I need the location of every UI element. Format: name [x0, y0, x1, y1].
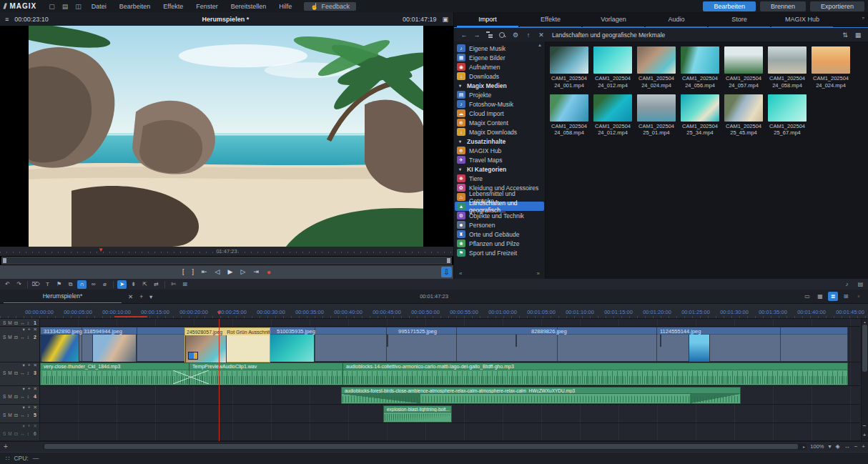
track-collapse-icon[interactable]: ▾	[22, 363, 24, 369]
solo-button[interactable]: S	[3, 431, 6, 436]
media-pool-tab[interactable]: Store	[709, 14, 770, 27]
resize-h-icon[interactable]: ↔	[20, 413, 25, 418]
range-start-handle[interactable]	[3, 258, 6, 263]
crossfade-marker[interactable]	[173, 370, 209, 384]
tree-item[interactable]: ▲ Landschaften und geografisch...	[455, 202, 544, 211]
add-project-icon[interactable]: +	[139, 293, 143, 300]
tree-item[interactable]: ⚑ Sport und Freizeit	[455, 248, 544, 257]
timeline-view-icon[interactable]: ▦	[815, 292, 825, 301]
close-project-icon[interactable]: ✕	[128, 293, 133, 300]
timeline-tool-icon[interactable]	[164, 281, 165, 288]
transport-button[interactable]: ●	[267, 269, 271, 276]
menu-item[interactable]: Hilfe	[272, 3, 298, 10]
media-pool-tab[interactable]: Effekte	[520, 14, 581, 27]
tree-item[interactable]: ☻ Personen	[455, 220, 544, 229]
scrollbar-thumb[interactable]	[44, 444, 798, 449]
lock-icon[interactable]: ⊡	[14, 413, 18, 418]
lock-icon[interactable]: ⊡	[14, 431, 18, 437]
timeline-tool-icon[interactable]	[27, 281, 28, 288]
mode-button[interactable]: Exportieren	[810, 1, 864, 11]
timeline-view-icon[interactable]: ⊞	[841, 292, 851, 301]
timeline-tool-icon[interactable]: ⇱	[140, 280, 149, 289]
project-list-caret-icon[interactable]: ▾	[149, 293, 152, 300]
tree-item[interactable]: ▦ Eigene Bilder	[455, 53, 544, 62]
resize-v-icon[interactable]: ↕	[27, 335, 29, 340]
track-lane-6[interactable]	[40, 423, 860, 441]
menu-item[interactable]: Bearbeiten	[113, 3, 157, 10]
media-thumbnail[interactable]: CAM1_20250424_057.mp4	[724, 46, 763, 89]
mute-button[interactable]: M	[8, 320, 11, 325]
media-thumbnail[interactable]: CAM1_20250424_058.mp4	[768, 46, 807, 89]
timeline-tool-icon[interactable]: ⚑	[54, 280, 64, 289]
clip-thumbnail[interactable]	[387, 335, 388, 347]
track-lane-3[interactable]: very-close-thunder_CkI_184d.mp3TempPrevi…	[40, 362, 860, 386]
tree-item[interactable]: ▾ Zusatzinhalte	[455, 137, 544, 146]
track-close-icon[interactable]: ✕	[34, 405, 37, 411]
media-thumbnail[interactable]: CAM1_20250424_024.mp4	[637, 46, 676, 89]
tree-item[interactable]: ↓ Magix Downloads	[455, 127, 544, 137]
preview-range-bar[interactable]	[1, 257, 452, 265]
resize-v-icon[interactable]: ↕	[27, 320, 29, 325]
lock-icon[interactable]: ⊡	[14, 370, 18, 376]
track-header[interactable]: ▾ + ✕ S M ⊡ ↔ ↕ 5	[0, 405, 40, 423]
mute-button[interactable]: M	[8, 431, 11, 436]
mute-button[interactable]: M	[8, 335, 11, 340]
transport-button[interactable]: ]	[192, 269, 194, 276]
media-thumbnail[interactable]: CAM1_20250424_012.mp4	[593, 94, 632, 137]
transport-button[interactable]: ⇥	[253, 269, 259, 276]
timeline-tool-icon[interactable]: ⇟	[129, 280, 138, 289]
tree-item[interactable]: ⊕ MAGIX Hub	[455, 146, 544, 155]
toolbar-icon[interactable]: ←	[460, 31, 468, 39]
zoom-control[interactable]: ▾	[828, 443, 831, 450]
tree-item[interactable]: ▾ KI Kategorien	[455, 164, 544, 174]
timeline-view-icon[interactable]: ▭	[802, 292, 812, 301]
zoom-control[interactable]: 100%	[810, 443, 824, 450]
media-thumbnail[interactable]: CAM1_20250425_67.mp4	[768, 94, 807, 137]
detach-preview-icon[interactable]: ▣	[442, 16, 448, 23]
timeline-tool-icon[interactable]	[113, 281, 114, 288]
timeline-tool-icon[interactable]: ↶	[3, 280, 12, 289]
solo-button[interactable]: S	[3, 320, 6, 325]
lock-icon[interactable]: ⊡	[14, 394, 18, 400]
track-collapse-icon[interactable]: ▾	[22, 327, 24, 333]
clip-thumbnail[interactable]	[269, 335, 315, 362]
transport-button[interactable]: [	[182, 269, 184, 276]
mode-button[interactable]: Bearbeiten	[703, 1, 756, 11]
resize-h-icon[interactable]: ↔	[20, 370, 25, 375]
mute-button[interactable]: M	[8, 394, 11, 399]
toolbar-icon[interactable]: ⚙	[512, 31, 519, 39]
audio-clip[interactable]: audioblocks-forest-birds-close-ambience-…	[341, 387, 741, 404]
timeline-tool-icon[interactable]: ∞	[89, 280, 98, 289]
resize-h-icon[interactable]: ↔	[20, 335, 25, 340]
transport-button[interactable]: ⇤	[202, 269, 207, 276]
add-track-button[interactable]: +	[0, 443, 40, 450]
zoom-control[interactable]: +	[862, 443, 865, 450]
scroll-up-icon[interactable]: ▴	[862, 320, 868, 324]
track-add-icon[interactable]: +	[28, 327, 31, 333]
resize-v-icon[interactable]: ↕	[27, 370, 29, 375]
media-thumbnail[interactable]: CAM1_20250425_01.mp4	[637, 94, 676, 137]
media-thumbnail[interactable]: CAM1_20250424_001.mp4	[550, 46, 588, 89]
toolbar-icon[interactable]: ✕	[538, 31, 545, 39]
timeline-tool-icon[interactable]: ⌦	[31, 280, 41, 289]
video-track-bar[interactable]: 313342890.jpeg318594944.jpeg510035935.jp…	[40, 327, 848, 362]
hamburger-icon[interactable]: ≡	[5, 16, 9, 23]
track-lane-4[interactable]: audioblocks-forest-birds-close-ambience-…	[40, 386, 860, 405]
tree-item[interactable]: ☁ Cloud Import	[455, 109, 544, 118]
tree-item[interactable]: ✈ Travel Maps	[455, 155, 544, 164]
track-collapse-icon[interactable]: ▾	[22, 387, 24, 393]
scroll-right-icon[interactable]: ▸	[803, 444, 805, 449]
range-end-handle[interactable]	[447, 258, 450, 263]
media-thumbnail[interactable]: CAM1_20250424_056.mp4	[681, 46, 719, 89]
timeline-tool-icon[interactable]: ⧉	[66, 280, 75, 289]
menu-item[interactable]: Bereitstellen	[225, 3, 273, 10]
video-monitor[interactable]	[0, 26, 453, 247]
zoom-control[interactable]: ◈	[836, 443, 840, 450]
tree-item[interactable]: ♜ Orte und Gebäude	[455, 229, 544, 239]
timeline-view-icon[interactable]: ≣	[828, 292, 838, 301]
toolbar-icon[interactable]	[499, 31, 506, 39]
track-height-button[interactable]: +	[863, 433, 867, 438]
track-header[interactable]: ▾ + ✕ S M ⊡ ↔ ↕ 1	[0, 319, 40, 327]
window-icon[interactable]: ◫	[75, 3, 82, 10]
window-icon[interactable]: ▤	[62, 3, 69, 10]
